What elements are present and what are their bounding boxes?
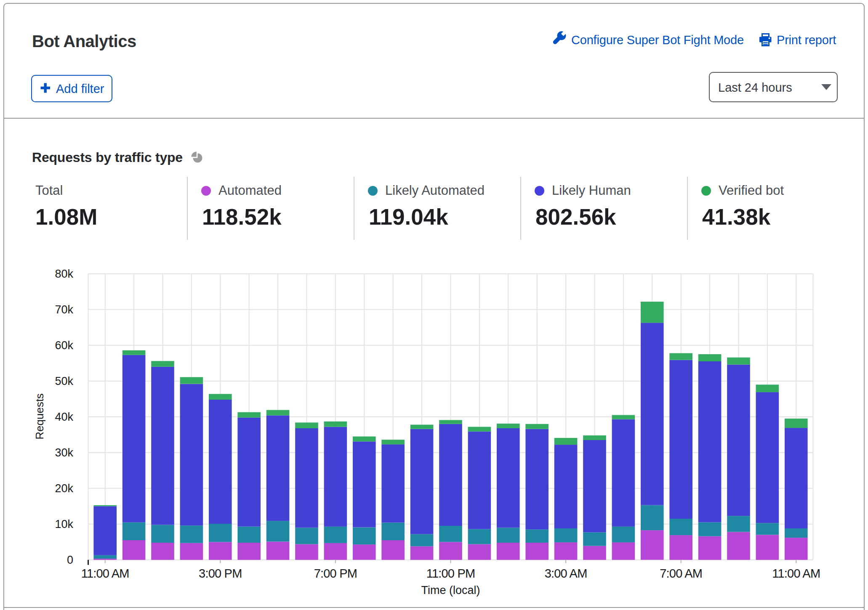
svg-text:0: 0 [67,554,73,566]
svg-text:3:00 AM: 3:00 AM [545,567,587,580]
svg-text:30k: 30k [55,446,73,459]
svg-text:11:00 AM: 11:00 AM [81,567,129,580]
svg-text:11:00 AM: 11:00 AM [772,567,820,580]
svg-text:7:00 AM: 7:00 AM [660,567,702,580]
svg-text:7:00 PM: 7:00 PM [314,567,357,580]
svg-text:60k: 60k [55,339,73,352]
svg-text:50k: 50k [55,375,73,387]
svg-text:20k: 20k [55,482,73,495]
svg-text:40k: 40k [55,411,73,423]
svg-text:80k: 80k [55,268,73,280]
svg-text:11:00 PM: 11:00 PM [426,567,475,580]
svg-text:Time (local): Time (local) [421,584,480,597]
svg-text:3:00 PM: 3:00 PM [199,567,242,580]
svg-text:70k: 70k [55,303,73,316]
svg-text:10k: 10k [55,518,73,530]
svg-text:Requests: Requests [33,393,46,440]
